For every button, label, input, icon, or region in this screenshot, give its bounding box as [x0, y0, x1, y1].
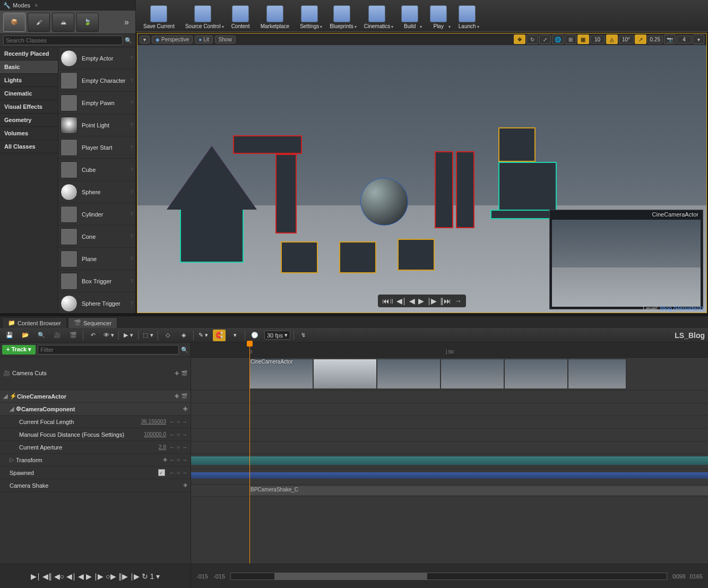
viewport-options-button[interactable]: ▾ [140, 36, 150, 44]
playback-speed[interactable]: 1 [150, 572, 154, 581]
range-end-in[interactable]: 0098 [672, 573, 685, 580]
range-start-in[interactable]: -015 [196, 573, 208, 580]
category-cinematic[interactable]: Cinematic [0, 87, 58, 100]
lit-button[interactable]: ●Lit [195, 36, 213, 44]
camera-cut-thumb-2[interactable] [313, 359, 377, 389]
actor-item-sphere[interactable]: Sphere? [58, 181, 135, 203]
tab-content-browser[interactable]: 📁Content Browser [2, 317, 67, 328]
edit-options-button[interactable]: ✎ ▾ [197, 330, 210, 341]
maximize-viewport-button[interactable]: ▾ [693, 34, 704, 44]
search-icon[interactable]: 🔍 [181, 347, 188, 353]
next-key-button[interactable]: → [182, 419, 187, 425]
help-icon[interactable]: ? [130, 300, 133, 307]
pilot-camera-button[interactable]: 🎬 [181, 393, 187, 399]
help-icon[interactable]: ? [130, 55, 133, 62]
actor-item-cylinder[interactable]: Cylinder? [58, 203, 135, 226]
undo-button[interactable]: ↶ [87, 330, 99, 341]
add-button[interactable]: ✚ [175, 370, 179, 376]
set-end-button[interactable]: ∣▶ [130, 572, 140, 581]
track-cinecamera[interactable]: ◢ ⚡ CineCameraActor ✚ 🎬 [0, 390, 191, 403]
next-key-button[interactable]: → [182, 470, 187, 475]
search-classes-input[interactable] [3, 36, 123, 45]
content-button[interactable]: Content [227, 1, 254, 30]
to-start-button[interactable]: ◀∥ [42, 572, 52, 581]
to-prev-key-button[interactable]: ◀○ [54, 572, 64, 581]
curve-editor-button[interactable]: ↯ [297, 330, 310, 341]
category-volumes[interactable]: Volumes [0, 127, 58, 140]
actor-item-sphere-trigger[interactable]: Sphere Trigger? [58, 292, 135, 313]
surface-snap-button[interactable]: ⊞ [565, 34, 576, 44]
world-local-button[interactable]: 🌐 [552, 34, 564, 44]
translate-mode-button[interactable]: ✥ [514, 34, 525, 44]
lane-camera-shake[interactable]: BPCameraShake_C [191, 485, 708, 497]
help-icon[interactable]: ? [130, 256, 133, 262]
fps-dropdown[interactable]: 30 fps▾ [264, 331, 290, 340]
snap-button[interactable]: 🧲 [213, 330, 226, 341]
play-forward-button[interactable]: ▶ [418, 297, 424, 305]
lane-focal-length[interactable] [191, 416, 708, 429]
add-key-button[interactable]: ○ [177, 457, 180, 463]
range-start-out[interactable]: -015 [213, 573, 225, 580]
next-key-button[interactable]: → [182, 444, 187, 450]
camera-preview[interactable]: CineCameraActor [549, 210, 703, 309]
lane-aperture[interactable] [191, 442, 708, 454]
category-geometry[interactable]: Geometry [0, 114, 58, 127]
add-button[interactable]: ✚ [183, 406, 187, 412]
lane-focus-distance[interactable] [191, 429, 708, 442]
marketplace-button[interactable]: Marketplace [256, 1, 293, 30]
add-button[interactable]: ✚ [175, 393, 179, 399]
add-button[interactable]: ✚ [183, 482, 187, 488]
category-basic[interactable]: Basic [0, 60, 58, 74]
snap-options-button[interactable]: ▾ [229, 330, 241, 341]
prev-key-button[interactable]: ← [169, 431, 175, 437]
add-key-button[interactable]: ○ [177, 419, 180, 425]
shake-clip[interactable] [249, 486, 708, 495]
step-back-button[interactable]: ◀∣ [396, 297, 406, 305]
step-forward-button[interactable]: ∣▶ [427, 297, 437, 305]
timeline-ruler[interactable]: 0 | 50 [191, 343, 708, 358]
help-icon[interactable]: ? [130, 144, 133, 151]
prev-key-button[interactable]: ← [169, 457, 175, 463]
viewport-canvas[interactable]: ⏮∥ ◀∣ ◀ ▶ ∣▶ ∥⏭ → CineCameraActor Level:… [137, 45, 706, 313]
to-next-key-button[interactable]: ○▶ [106, 572, 116, 581]
play-reverse-button[interactable]: ◀ [78, 572, 84, 581]
actor-item-box-trigger[interactable]: Box Trigger? [58, 270, 135, 292]
track-spawned[interactable]: Spawned ✓ ←○→ [0, 466, 191, 479]
angle-snap-button[interactable]: ◬ [606, 34, 618, 44]
find-in-cb-button[interactable]: 📂 [19, 330, 32, 341]
add-button[interactable]: ✚ [163, 457, 167, 463]
add-track-button[interactable]: + Track ▾ [2, 345, 36, 354]
camera-cuts-lane[interactable]: CineCameraActor [191, 358, 708, 391]
help-icon[interactable]: ? [130, 234, 133, 240]
camera-speed-button[interactable]: 📷 [664, 34, 676, 44]
step-back-button[interactable]: ◀∣ [66, 572, 76, 581]
actor-item-cone[interactable]: Cone? [58, 226, 135, 248]
category-recently-placed[interactable]: Recently Placed [0, 47, 58, 60]
search-icon[interactable]: 🔍 [125, 37, 132, 44]
loop-button[interactable]: ↻ [142, 572, 148, 581]
auto-key-button[interactable]: ◈ [177, 330, 190, 341]
source-control-button[interactable]: Source Control [181, 1, 225, 30]
lock-camera-button[interactable]: 🎬 [181, 370, 187, 376]
help-icon[interactable]: ? [130, 167, 133, 173]
skip-to-end-button[interactable]: ∥⏭ [440, 297, 451, 305]
play-button[interactable]: Play [425, 1, 452, 30]
playback-speed-menu[interactable]: ▾ [156, 572, 160, 581]
playhead[interactable]: 0 [249, 343, 250, 564]
key-all-button[interactable]: ◇ [161, 330, 174, 341]
camera-cut-thumb-3[interactable] [377, 359, 441, 389]
modes-tab[interactable]: 🔧 Modes × [0, 0, 135, 11]
help-icon[interactable]: ? [130, 100, 133, 106]
actor-item-plane[interactable]: Plane? [58, 248, 135, 270]
category-lights[interactable]: Lights [0, 74, 58, 87]
camera-cut-thumb-4[interactable] [441, 359, 504, 389]
expand-icon[interactable]: ◢ [10, 405, 14, 412]
rotate-mode-button[interactable]: ↻ [526, 34, 538, 44]
play-forward-button[interactable]: ▶ [86, 572, 92, 581]
place-mode-button[interactable]: 📦 [3, 13, 25, 32]
lane-transform[interactable] [191, 456, 708, 469]
actor-item-empty-actor[interactable]: Empty Actor? [58, 47, 135, 70]
camera-speed-value[interactable]: 4 [677, 36, 692, 44]
track-focal-length[interactable]: Current Focal Length 36.155003 ←○→ [0, 416, 191, 428]
track-focus-distance[interactable]: Manual Focus Distance (Focus Settings) 1… [0, 428, 191, 441]
